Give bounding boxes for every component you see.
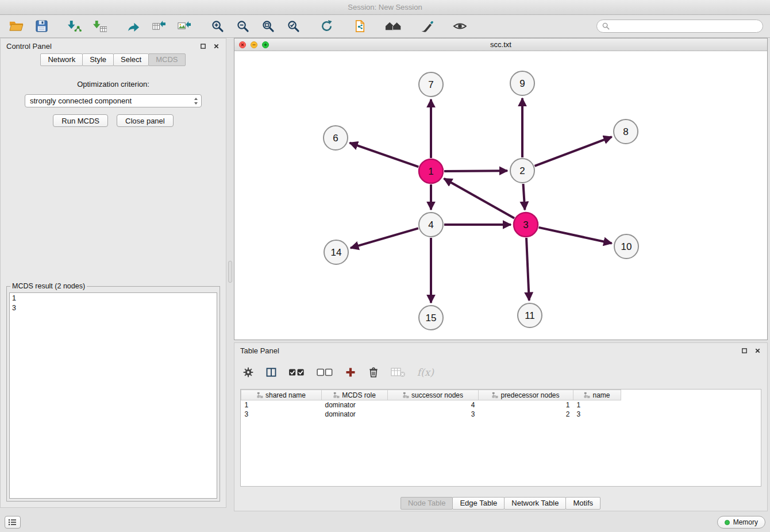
- table-cell[interactable]: 3: [241, 410, 322, 419]
- svg-text:10: 10: [621, 241, 632, 252]
- graph-edge-3-1[interactable]: [444, 179, 514, 218]
- graph-node-15[interactable]: 15: [419, 306, 443, 330]
- task-history-button[interactable]: [5, 516, 21, 529]
- column-sort-icon: [333, 392, 340, 398]
- close-window-icon[interactable]: [239, 41, 246, 48]
- style-paint-icon[interactable]: [417, 18, 436, 35]
- tab-motifs[interactable]: Motifs: [565, 497, 600, 510]
- list-icon: [8, 519, 17, 526]
- tab-edge-table[interactable]: Edge Table: [452, 497, 505, 510]
- delete-table-icon[interactable]: [391, 367, 406, 378]
- network-window-title: scc.txt: [490, 40, 511, 49]
- column-header-predecessor-nodes[interactable]: predecessor nodes: [479, 390, 573, 400]
- column-sort-icon: [257, 392, 263, 398]
- home-network-icon[interactable]: [384, 18, 402, 35]
- zoom-out-icon[interactable]: [233, 18, 252, 35]
- minimize-window-icon[interactable]: [251, 41, 257, 48]
- select-all-columns-icon[interactable]: [288, 367, 305, 378]
- graph-node-10[interactable]: 10: [614, 234, 638, 259]
- graph-edge-1-2[interactable]: [444, 171, 507, 171]
- search-field[interactable]: [596, 20, 763, 33]
- graph-edge-3-10[interactable]: [539, 228, 612, 244]
- table-cell[interactable]: 1: [573, 400, 621, 410]
- column-header-name[interactable]: name: [573, 390, 621, 400]
- splitter-thumb[interactable]: [228, 261, 232, 283]
- graph-edge-2-3[interactable]: [523, 184, 525, 210]
- graph-node-4[interactable]: 4: [419, 213, 443, 237]
- add-row-icon[interactable]: [345, 367, 356, 378]
- tab-network-table[interactable]: Network Table: [504, 497, 566, 510]
- window-titlebar[interactable]: Session: New Session: [0, 0, 770, 15]
- run-mcds-button[interactable]: Run MCDS: [53, 114, 108, 127]
- show-columns-icon[interactable]: [265, 367, 277, 378]
- graph-node-2[interactable]: 2: [510, 159, 534, 183]
- table-cell[interactable]: 2: [479, 410, 573, 419]
- refresh-icon[interactable]: [317, 18, 336, 35]
- node-table[interactable]: shared nameMCDS rolesuccessor nodesprede…: [240, 389, 761, 487]
- tab-style[interactable]: Style: [82, 53, 114, 66]
- table-panel: Table Panel f(x) shared nameMCDS rolesuc…: [234, 342, 768, 511]
- graph-edge-1-6[interactable]: [350, 143, 419, 167]
- show-hide-icon[interactable]: [451, 18, 469, 35]
- optimization-criterion-label: Optimization criterion:: [1, 80, 226, 88]
- function-builder-icon[interactable]: f(x): [417, 367, 434, 378]
- table-row[interactable]: 3dominator323: [241, 410, 621, 419]
- open-folder-icon[interactable]: [7, 18, 25, 35]
- table-cell[interactable]: dominator: [322, 400, 388, 410]
- table-row[interactable]: 1dominator411: [241, 400, 621, 410]
- search-input[interactable]: [613, 22, 757, 31]
- close-table-panel-icon[interactable]: [753, 346, 761, 354]
- float-panel-icon[interactable]: [199, 42, 207, 50]
- svg-text:2: 2: [519, 165, 525, 176]
- table-cell[interactable]: 3: [573, 410, 621, 419]
- zoom-selected-icon[interactable]: [284, 18, 302, 35]
- graph-node-6[interactable]: 6: [324, 126, 348, 150]
- graph-node-8[interactable]: 8: [614, 119, 638, 144]
- table-cell[interactable]: 3: [388, 410, 479, 419]
- tab-select[interactable]: Select: [113, 53, 149, 66]
- graph-node-9[interactable]: 9: [510, 71, 534, 95]
- criterion-dropdown[interactable]: strongly connected component: [25, 94, 202, 107]
- float-table-panel-icon[interactable]: [740, 346, 748, 354]
- import-network-icon[interactable]: [66, 18, 84, 35]
- graph-edge-3-11[interactable]: [526, 238, 529, 300]
- close-panel-button[interactable]: Close panel: [117, 114, 174, 127]
- settings-gear-icon[interactable]: [242, 367, 254, 378]
- zoom-fit-icon[interactable]: [259, 18, 277, 35]
- column-header-MCDS-role[interactable]: MCDS role: [322, 390, 388, 400]
- tab-node-table[interactable]: Node Table: [401, 497, 453, 510]
- import-table-icon[interactable]: [91, 18, 109, 35]
- mcds-result-list[interactable]: 13: [9, 292, 217, 499]
- toolbar-group: [124, 18, 193, 35]
- graph-edge-4-14[interactable]: [351, 228, 418, 248]
- graph-node-3[interactable]: 3: [514, 213, 538, 237]
- memory-button[interactable]: Memory: [717, 516, 765, 529]
- table-cell[interactable]: 1: [241, 400, 322, 410]
- column-header-shared-name[interactable]: shared name: [241, 390, 322, 400]
- column-header-successor-nodes[interactable]: successor nodes: [388, 390, 479, 400]
- export-image-icon[interactable]: [175, 18, 193, 35]
- graph-node-7[interactable]: 7: [419, 72, 443, 97]
- delete-row-icon[interactable]: [368, 367, 379, 378]
- table-cell[interactable]: 4: [388, 400, 479, 410]
- table-cell[interactable]: dominator: [322, 410, 388, 419]
- copy-document-icon[interactable]: [351, 18, 369, 35]
- graph-node-14[interactable]: 14: [324, 240, 348, 264]
- tab-network[interactable]: Network: [40, 53, 83, 66]
- panel-splitter[interactable]: [226, 38, 234, 508]
- graph-node-1[interactable]: 1: [419, 159, 443, 183]
- close-panel-icon[interactable]: [212, 42, 220, 50]
- unselect-all-columns-icon[interactable]: [317, 367, 333, 378]
- graph-edge-2-8[interactable]: [535, 137, 612, 166]
- zoom-in-icon[interactable]: [208, 18, 226, 35]
- export-table-icon[interactable]: [149, 18, 168, 35]
- table-cell[interactable]: 1: [479, 400, 573, 410]
- export-network-icon[interactable]: [124, 18, 143, 35]
- save-icon[interactable]: [32, 18, 51, 35]
- graph-node-11[interactable]: 11: [518, 303, 542, 327]
- network-canvas[interactable]: 7968124314101511: [234, 51, 767, 340]
- tab-mcds[interactable]: MCDS: [148, 53, 185, 66]
- network-window-titlebar[interactable]: scc.txt: [234, 38, 767, 51]
- toolbar-group: [317, 18, 336, 35]
- maximize-window-icon[interactable]: [262, 41, 269, 48]
